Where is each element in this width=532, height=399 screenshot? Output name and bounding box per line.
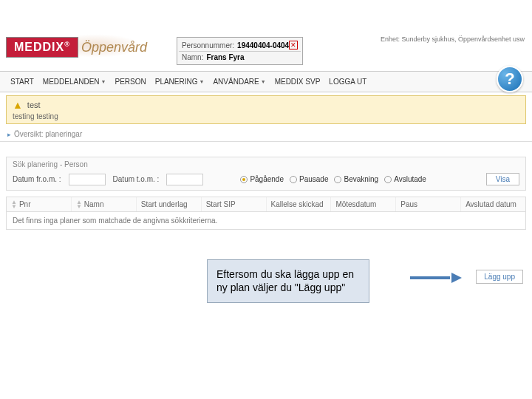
col-avslutad[interactable]: Avslutad datum xyxy=(461,197,525,211)
nav-person[interactable]: PERSON xyxy=(110,75,150,89)
radio-bevakning[interactable]: Bevakning xyxy=(334,175,378,183)
radio-pausade[interactable]: Pausade xyxy=(290,175,328,183)
radio-icon xyxy=(290,176,297,183)
arrow-icon xyxy=(410,273,462,283)
nav-meddix-svp[interactable]: MEDDIX SVP xyxy=(270,75,325,89)
logo: MEDDIX® Öppenvård xyxy=(6,37,147,58)
close-icon[interactable]: ✕ xyxy=(289,41,298,50)
radio-icon xyxy=(384,176,392,183)
help-button[interactable]: ? xyxy=(497,66,523,92)
sort-icon: ▲▼ xyxy=(76,200,82,208)
date-from-input[interactable] xyxy=(69,174,106,185)
radio-icon xyxy=(240,176,248,183)
search-panel: Sök planering - Person Datum fr.o.m. : D… xyxy=(6,157,526,191)
radio-icon xyxy=(334,176,341,183)
status-radio-group: Pågående Pausade Bevakning Avslutade xyxy=(240,175,426,183)
logo-subtitle: Öppenvård xyxy=(81,40,147,55)
radio-pagaende[interactable]: Pågående xyxy=(240,175,284,183)
personnummer-label: Personnummer: xyxy=(182,41,234,50)
footer-region: Eftersom du ska lägga upp en ny plan väl… xyxy=(0,259,532,318)
chevron-down-icon: ▼ xyxy=(101,79,106,84)
warning-icon: ▲ xyxy=(13,99,23,111)
col-pnr[interactable]: ▲▼Pnr xyxy=(7,197,72,211)
notice-title: test xyxy=(27,100,41,109)
col-namn[interactable]: ▲▼Namn xyxy=(72,197,137,211)
chevron-down-icon: ▼ xyxy=(200,79,205,84)
nav-anvandare[interactable]: ANVÄNDARE▼ xyxy=(208,75,270,89)
instruction-callout: Eftersom du ska lägga upp en ny plan väl… xyxy=(207,259,369,302)
col-kallelse[interactable]: Kallelse skickad xyxy=(267,197,332,211)
nav-logga-ut[interactable]: LOGGA UT xyxy=(324,75,371,89)
nav-planering[interactable]: PLANERING▼ xyxy=(151,75,209,89)
radio-avslutade[interactable]: Avslutade xyxy=(384,175,426,183)
sort-icon: ▲▼ xyxy=(11,200,17,208)
main-nav: START MEDDELANDEN▼ PERSON PLANERING▼ ANV… xyxy=(0,71,532,92)
empty-message: Det finns inga planer som matchade de an… xyxy=(7,212,525,229)
col-paus[interactable]: Paus xyxy=(396,197,461,211)
chevron-right-icon: ▸ xyxy=(7,131,11,138)
col-start-sip[interactable]: Start SIP xyxy=(202,197,267,211)
namn-label: Namn: xyxy=(182,53,203,61)
breadcrumb-text: Översikt: planeringar xyxy=(14,130,82,138)
unit-info: Enhet: Sunderby sjukhus, Öppenvårdsenhet… xyxy=(381,35,525,43)
date-to-label: Datum t.o.m. : xyxy=(113,175,160,183)
lagg-upp-button[interactable]: Lägg upp xyxy=(476,270,523,284)
nav-meddelanden[interactable]: MEDDELANDEN▼ xyxy=(38,75,111,89)
notice-body: testing testing xyxy=(13,112,519,120)
col-motesdatum[interactable]: Mötesdatum xyxy=(331,197,396,211)
nav-start[interactable]: START xyxy=(6,75,38,89)
visa-button[interactable]: Visa xyxy=(486,173,519,185)
personnummer-value: 19440404-0404 xyxy=(237,41,289,50)
chevron-down-icon: ▼ xyxy=(261,79,266,84)
col-start-underlag[interactable]: Start underlag xyxy=(137,197,202,211)
search-title: Sök planering - Person xyxy=(13,160,519,168)
namn-value: Frans Fyra xyxy=(206,53,298,61)
person-box: Personnummer: 19440404-0404 ✕ Namn: Fran… xyxy=(177,37,303,65)
logo-text: MEDDIX® xyxy=(6,37,78,58)
notice-banner: ▲ test testing testing xyxy=(6,95,526,124)
date-from-label: Datum fr.o.m. : xyxy=(13,175,61,183)
table-header: ▲▼Pnr ▲▼Namn Start underlag Start SIP Ka… xyxy=(7,197,525,212)
breadcrumb: ▸ Översikt: planeringar xyxy=(0,127,532,142)
date-to-input[interactable] xyxy=(166,174,203,185)
results-table: ▲▼Pnr ▲▼Namn Start underlag Start SIP Ka… xyxy=(6,197,526,230)
